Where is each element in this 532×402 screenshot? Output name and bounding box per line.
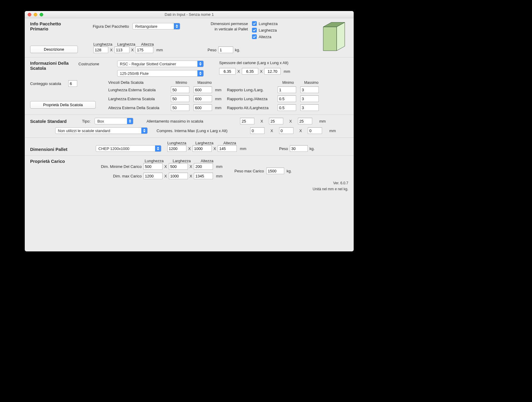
ext-len-max-input[interactable] [194, 86, 212, 93]
load-hdr-l: Lunghezza [145, 159, 167, 163]
ratio-ll-min-input[interactable] [278, 86, 296, 93]
pallet-weight-input[interactable] [290, 145, 308, 152]
pallet-hdr-w: Larghezza [195, 141, 217, 145]
package-3d-preview [320, 20, 347, 53]
svg-marker-7 [199, 72, 202, 73]
unit: mm [216, 174, 222, 178]
ratio-la-max-input[interactable] [300, 95, 319, 102]
load-max-h-input[interactable] [194, 173, 213, 179]
section-pallet: Dimensioni Pallet CHEP 1200x1000 Lunghez… [25, 138, 354, 156]
section-load: Proprietà Carico Lunghezza Larghezza Alt… [25, 156, 354, 180]
pkg-weight-input[interactable] [218, 47, 233, 53]
close-icon[interactable] [28, 13, 31, 16]
box-count-input[interactable] [68, 80, 77, 87]
unit: mm [240, 146, 246, 151]
slack-y-input[interactable] [269, 118, 283, 124]
pallet-w-input[interactable] [193, 145, 212, 152]
svg-marker-10 [129, 121, 131, 123]
comp-x-input[interactable] [250, 127, 265, 134]
box-thickness-label: Spessore del cartone (Larg x Lung x Alt) [219, 61, 290, 65]
pallet-h-input[interactable] [218, 145, 237, 152]
svg-marker-0 [323, 27, 337, 51]
box-construction-select[interactable]: RSC - Regular Slotted Container [117, 61, 204, 67]
x-sep: X [214, 146, 216, 151]
zoom-icon[interactable] [40, 13, 43, 16]
pkg-dim-unit: mm [156, 48, 163, 52]
load-maxw-label: Peso max Carico [234, 169, 264, 173]
chevron-updown-icon [174, 23, 180, 29]
pkg-width-input[interactable] [115, 47, 129, 53]
check-altezza[interactable]: Altezza [252, 34, 278, 39]
load-min-l-input[interactable] [143, 163, 163, 170]
pallet-l-input[interactable] [167, 145, 186, 152]
thk-w-input[interactable] [219, 68, 236, 75]
ext-wid-max-input[interactable] [194, 95, 212, 102]
x-sep: X [299, 129, 302, 133]
pallet-select[interactable]: CHEP 1200x1000 [96, 145, 161, 152]
x-sep: X [289, 119, 292, 123]
x-sep: X [188, 146, 191, 151]
units-label: Unità nel mm e nel kg. [25, 187, 348, 191]
chevron-updown-icon [155, 146, 161, 151]
x-sep: X [190, 174, 192, 178]
row-ext-len: Lunghezza Esterna Scatola [108, 88, 171, 92]
pallet-title: Dimensioni Pallet [30, 147, 90, 152]
ratio-al-max-input[interactable] [300, 104, 319, 111]
pkg-weight-label: Peso [208, 48, 216, 52]
svg-marker-5 [199, 62, 202, 64]
check-lunghezza[interactable]: Lunghezza [252, 21, 278, 26]
chevron-updown-icon [141, 128, 147, 134]
x-sep: X [260, 69, 263, 74]
load-min-h-input[interactable] [194, 163, 213, 170]
minimize-icon[interactable] [34, 13, 37, 16]
titlebar: Dati in Input - Senza nome 1 [25, 11, 354, 18]
section-package-info: Info Pacchetto Primario Figura Del Pacch… [25, 18, 354, 58]
pkg-length-input[interactable] [93, 47, 108, 53]
pallet-hdr-h: Altezza [223, 141, 244, 145]
comp-y-input[interactable] [279, 127, 293, 134]
load-max-l-input[interactable] [143, 173, 163, 179]
package-shape-value: Rettangolare [133, 24, 160, 29]
box-constraints-title: Vincoli Della Scatola [108, 80, 171, 85]
load-hdr-h: Altezza [201, 159, 222, 163]
package-shape-select[interactable]: Rettangolare [132, 23, 180, 30]
check-larghezza[interactable]: Larghezza [252, 28, 278, 33]
check-lunghezza-label: Lunghezza [259, 21, 278, 26]
pallet-hdr-l: Lunghezza [167, 141, 189, 145]
load-max-w-input[interactable] [169, 173, 188, 179]
slack-z-input[interactable] [298, 118, 312, 124]
load-min-w-input[interactable] [169, 163, 188, 170]
thk-h-input[interactable] [264, 68, 281, 75]
svg-marker-11 [143, 129, 146, 130]
ratio-la-min-input[interactable] [278, 95, 296, 102]
ratio-al-min-input[interactable] [278, 104, 296, 111]
pkg-height-input[interactable] [135, 47, 153, 53]
x-sep: X [260, 119, 263, 123]
x-sep: X [270, 129, 273, 133]
comp-z-input[interactable] [308, 127, 322, 134]
chevron-updown-icon [197, 61, 203, 67]
ratio-ll-max-input[interactable] [300, 86, 319, 93]
check-altezza-label: Altezza [259, 35, 271, 39]
std-type-select[interactable]: Box [95, 118, 133, 124]
col-min: Minimo [278, 81, 299, 85]
std-type-value: Box [95, 119, 106, 123]
package-shape-label: Figura Del Pacchetto [93, 24, 129, 29]
load-maxw-input[interactable] [266, 168, 284, 174]
ext-hgt-min-input[interactable] [171, 104, 189, 111]
ext-len-min-input[interactable] [171, 86, 189, 93]
std-type-label: Tipo: [82, 119, 90, 123]
thk-l-input[interactable] [242, 68, 258, 75]
descrizione-button[interactable]: Descrizione [30, 46, 78, 53]
row-ext-hgt: Altezza Esterna Della Scatola [108, 106, 171, 110]
ext-hgt-max-input[interactable] [194, 104, 212, 111]
box-construction-label: Costruzione [78, 62, 117, 66]
box-flute-select[interactable]: 125-250#B Flute [117, 70, 204, 77]
slack-x-input[interactable] [240, 118, 254, 124]
std-use-select[interactable]: Non utilizzi le scatole standard [55, 127, 148, 134]
load-maxw-unit: kg. [287, 169, 292, 173]
svg-marker-13 [157, 147, 159, 148]
ext-wid-min-input[interactable] [171, 95, 189, 102]
box-properties-button[interactable]: Proprietà Della Scatola [30, 101, 96, 109]
box-construction-value: RSC - Regular Slotted Container [117, 62, 179, 66]
